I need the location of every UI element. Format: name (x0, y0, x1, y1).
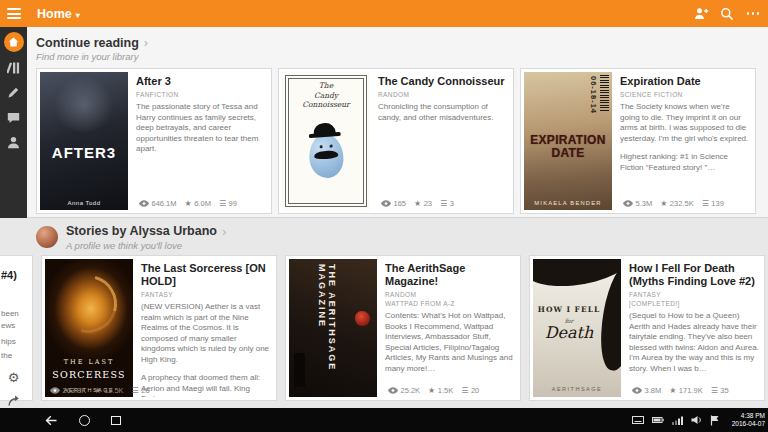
nav-pane (0, 27, 27, 218)
stories-row: #4) been ews hips the THE LAST SORCERESS (0, 255, 768, 401)
star-icon: ★ (414, 200, 421, 208)
story-title: The Candy Connoisseur (378, 75, 508, 88)
touch-keyboard-icon[interactable] (632, 416, 644, 424)
section-header-continue-reading[interactable]: Continue reading › (36, 35, 768, 50)
story-description-2: A prophecy that doomed them all: Aerion … (141, 373, 271, 397)
action-center-flag-icon[interactable] (710, 415, 720, 426)
story-stats: 5.3M ★232.5K ☰139 (623, 199, 724, 208)
star-icon: ★ (428, 387, 435, 395)
avatar (36, 226, 58, 248)
story-stats: 3.8M ★171.9K ☰35 (632, 386, 729, 395)
list-icon: ☰ (702, 200, 709, 208)
add-friend-button[interactable] (688, 0, 714, 27)
battery-icon[interactable] (652, 417, 664, 423)
nav-pane-bottom: ⚙ (0, 371, 27, 407)
date: 2016-04-07 (732, 420, 765, 429)
story-stats: 25.2K ★1.5K ☰20 (388, 386, 479, 395)
votes-stat: ★1.5K (428, 386, 453, 395)
pencil-icon (7, 86, 20, 99)
section-title: Continue reading (36, 36, 139, 50)
card-body: The Last Sorceress [ON HOLD] FANTASY (NE… (133, 259, 273, 397)
eye-icon (632, 387, 642, 394)
card-body: How I Fell For Death (Myths Finding Love… (621, 259, 761, 397)
eye-icon (381, 200, 391, 207)
story-title: After 3 (136, 75, 266, 88)
home-icon (8, 37, 19, 47)
main-content: Continue reading › Find more in your lib… (0, 27, 768, 408)
continue-reading-row: AFTER3 Anna Todd After 3 FANFICTION The … (36, 68, 768, 214)
page-title-dropdown[interactable]: Home ▾ (37, 7, 80, 21)
windows-start-icon (79, 415, 90, 426)
nav-item-home-active[interactable] (4, 32, 24, 52)
story-card-after-3[interactable]: AFTER3 Anna Todd After 3 FANFICTION The … (36, 68, 272, 214)
nav-item-inbox[interactable] (0, 105, 27, 130)
story-category: RANDOM (378, 91, 508, 98)
story-card-candy-connoisseur[interactable]: The Candy Connoisseur (278, 68, 514, 214)
book-cover-aerithsage-magazine: THE AERITHSAGE MAGAZINE (289, 259, 377, 397)
story-card-aerithsage-magazine[interactable]: THE AERITHSAGE MAGAZINE The AerithSage M… (285, 255, 521, 401)
volume-icon[interactable] (691, 415, 702, 425)
flower-graphic (355, 311, 370, 326)
star-icon: ★ (660, 200, 667, 208)
nav-item-profile[interactable] (0, 130, 27, 155)
nav-item-library[interactable] (0, 55, 27, 80)
story-category: FANTASY (141, 291, 271, 298)
more-options-button[interactable] (740, 0, 766, 27)
story-card-how-i-fell-for-death[interactable]: HOW I FELL for Death AERITHSAGE How I Fe… (529, 255, 765, 401)
book-cover-expiration-date: 06-18-14 EXPIRATION DATE MIKAELA BENDER (524, 72, 612, 210)
search-button[interactable] (714, 0, 740, 27)
start-button[interactable] (79, 415, 90, 426)
story-description-2: Highest ranking: #1 in Science Fiction “… (620, 152, 750, 173)
story-description: (Sequel to How to be a Queen) Aerith and… (629, 311, 759, 374)
story-description: The passionate story of Tessa and Harry … (136, 102, 266, 155)
chevron-right-icon: › (144, 35, 148, 50)
story-title: The Last Sorceress [ON HOLD] (141, 262, 271, 288)
parts-stat: ☰26 (132, 386, 150, 395)
section-header-stories-by-alyssa[interactable]: Stories by Alyssa Urbano › A profile we … (36, 224, 768, 250)
parts-stat: ☰99 (219, 199, 237, 208)
page-title: Home (37, 7, 72, 21)
star-icon: ★ (185, 200, 192, 208)
story-description: (NEW VERSION) Aether is a vast realm whi… (141, 302, 271, 365)
story-card-expiration-date[interactable]: 06-18-14 EXPIRATION DATE MIKAELA BENDER … (520, 68, 756, 214)
story-title: The AerithSage Magazine! (385, 262, 515, 288)
share-icon[interactable] (7, 394, 20, 407)
search-icon (720, 7, 734, 21)
taskbar-clock[interactable]: 4:38 PM 2016-04-07 (732, 412, 765, 429)
top-app-bar: Home ▾ (0, 0, 768, 27)
settings-gear-icon[interactable]: ⚙ (8, 371, 20, 385)
cover-title-3: Death (533, 323, 605, 342)
cover-title: The Candy Connoisseur (282, 81, 370, 110)
eye-icon (388, 387, 398, 394)
hair-graphic (533, 259, 621, 290)
story-title: Expiration Date (620, 75, 750, 88)
reads-stat: 646.1M (139, 199, 177, 208)
taskbar-nav-buttons (44, 408, 121, 432)
card-body: Expiration Date SCIENCE FICTION The Soci… (612, 72, 752, 210)
hamburger-menu-button[interactable] (0, 0, 27, 27)
votes-stat: ★12.5K (94, 386, 123, 395)
task-view-button[interactable] (111, 416, 121, 425)
clipped-title-fragment: #4) (1, 269, 17, 281)
reads-stat: 5.3M (623, 199, 652, 208)
story-category: FANFICTION (136, 91, 266, 98)
app-window: Home ▾ (0, 0, 768, 432)
cover-title: THE AERITHSAGE MAGAZINE (317, 264, 337, 392)
network-icon[interactable] (672, 416, 683, 425)
list-icon: ☰ (461, 387, 468, 395)
back-button[interactable] (44, 414, 58, 427)
star-icon: ★ (94, 387, 101, 395)
book-cover-how-i-fell-for-death: HOW I FELL for Death AERITHSAGE (533, 259, 621, 397)
card-body: The Candy Connoisseur RANDOM Chronicling… (370, 72, 510, 210)
story-stats: 263.8K ★12.5K ☰26 (50, 386, 150, 395)
reads-stat: 165 (381, 199, 406, 208)
votes-stat: ★171.9K (669, 386, 702, 395)
section-title: Stories by Alyssa Urbano (66, 224, 217, 238)
nav-item-write[interactable] (0, 80, 27, 105)
list-icon: ☰ (132, 387, 139, 395)
eye-icon (623, 200, 633, 207)
book-cover-last-sorceress: THE LAST SORCERESS AERITHSAGE (45, 259, 133, 397)
story-category: FANTASY (629, 291, 759, 298)
chevron-right-icon: › (222, 224, 226, 239)
story-card-last-sorceress[interactable]: THE LAST SORCERESS AERITHSAGE The Last S… (41, 255, 277, 401)
